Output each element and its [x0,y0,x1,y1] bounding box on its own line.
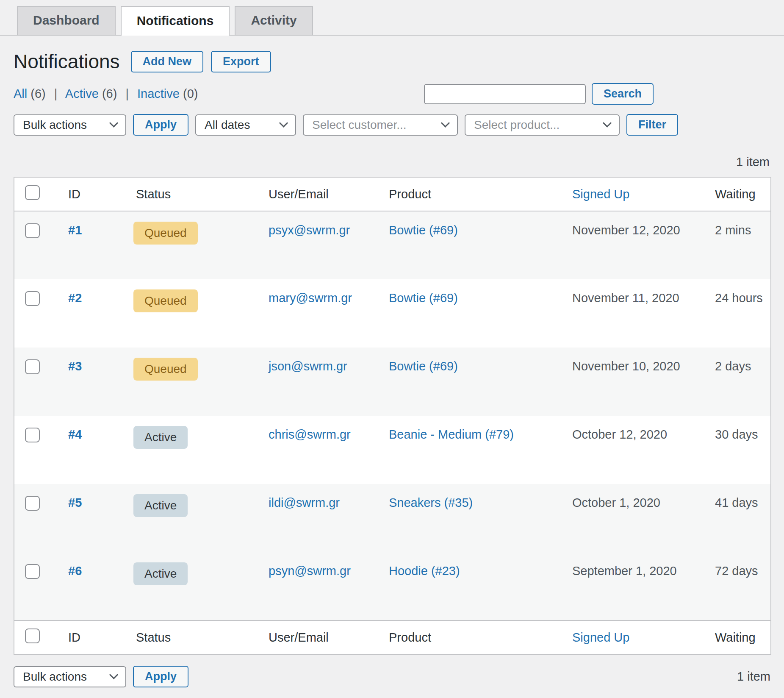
user-email-link[interactable]: mary@swrm.gr [269,291,352,305]
column-footer-signed-up[interactable]: Signed Up [572,631,629,644]
signed-up-cell: September 1, 2020 [572,564,677,578]
product-select[interactable]: Select product... [465,114,620,136]
chevron-down-icon [109,670,118,679]
status-badge: Active [133,426,188,449]
select-all-checkbox[interactable] [25,628,40,643]
bottom-nav: Bulk actions Apply 1 item [14,666,770,687]
bulk-actions-value: Bulk actions [23,670,87,684]
user-email-link[interactable]: ildi@swrm.gr [269,496,340,509]
column-header-id: ID [55,177,122,211]
column-header-signed-up[interactable]: Signed Up [572,187,629,201]
product-link[interactable]: Beanie - Medium (#79) [389,428,514,441]
view-filter-separator: | [125,87,129,100]
notifications-table-body: #1 Queued psyx@swrm.gr Bowtie (#69) Nove… [14,211,771,620]
row-checkbox[interactable] [25,223,40,238]
column-header-waiting: Waiting [701,177,771,211]
row-id-link[interactable]: #3 [68,359,82,373]
table-footer-row: ID Status User/Email Product Signed Up W… [14,620,771,654]
user-email-link[interactable]: json@swrm.gr [269,359,347,373]
product-link[interactable]: Sneakers (#35) [389,496,473,509]
filter-button[interactable]: Filter [626,114,678,136]
column-footer-waiting: Waiting [701,620,771,654]
row-id-link[interactable]: #4 [68,428,82,441]
view-filter-inactive[interactable]: Inactive [137,87,180,100]
signed-up-cell: November 12, 2020 [572,223,680,237]
customer-select[interactable]: Select customer... [303,114,458,136]
tab-activity[interactable]: Activity [235,6,313,35]
waiting-cell: 2 days [715,359,751,373]
row-id-link[interactable]: #2 [68,291,82,305]
dates-value: All dates [205,118,250,132]
waiting-cell: 72 days [715,564,758,578]
apply-button[interactable]: Apply [133,114,188,136]
item-count-bottom: 1 item [737,670,770,684]
row-checkbox[interactable] [25,496,40,511]
item-count-top: 1 item [14,155,770,169]
status-badge: Active [133,494,188,517]
row-checkbox[interactable] [25,564,40,579]
status-badge: Queued [133,358,198,381]
bulk-actions-value: Bulk actions [23,118,87,132]
bulk-actions-select[interactable]: Bulk actions [14,114,126,136]
column-header-product: Product [375,177,559,211]
toolbar-row: All (6) | Active (6) | Inactive (0) Sear… [14,83,770,105]
row-checkbox[interactable] [25,359,40,374]
column-footer-status: Status [122,620,255,654]
column-footer-product: Product [375,620,559,654]
title-row: Notifications Add New Export [14,50,770,73]
table-header-row: ID Status User/Email Product Signed Up W… [14,177,771,211]
bulk-actions-select-bottom[interactable]: Bulk actions [14,666,126,687]
chevron-down-icon [603,119,612,128]
search-input[interactable] [424,84,586,104]
customer-select-placeholder: Select customer... [312,118,407,132]
view-filters: All (6) | Active (6) | Inactive (0) [14,87,198,101]
product-link[interactable]: Bowtie (#69) [389,291,458,305]
waiting-cell: 2 mins [715,223,751,237]
tab-dashboard[interactable]: Dashboard [17,6,116,35]
user-email-link[interactable]: psyx@swrm.gr [269,223,350,237]
user-email-link[interactable]: chris@swrm.gr [269,428,351,441]
column-header-user-email: User/Email [255,177,375,211]
chevron-down-icon [441,119,450,128]
product-link[interactable]: Bowtie (#69) [389,223,458,237]
signed-up-cell: October 12, 2020 [572,428,667,441]
row-id-link[interactable]: #5 [68,496,82,509]
apply-button-bottom[interactable]: Apply [133,666,188,687]
waiting-cell: 24 hours [715,291,763,305]
view-filter-all[interactable]: All [14,87,27,100]
page-title: Notifications [14,50,120,73]
export-button[interactable]: Export [211,51,271,72]
table-row: #2 Queued mary@swrm.gr Bowtie (#69) Nove… [14,279,771,348]
signed-up-cell: November 10, 2020 [572,359,680,373]
table-row: #1 Queued psyx@swrm.gr Bowtie (#69) Nove… [14,211,771,279]
select-all-checkbox[interactable] [25,185,40,200]
user-email-link[interactable]: psyn@swrm.gr [269,564,351,578]
tab-bar: Dashboard Notifications Activity [0,0,784,36]
notifications-table: ID Status User/Email Product Signed Up W… [14,177,771,655]
chevron-down-icon [109,119,118,128]
search-button[interactable]: Search [592,83,654,105]
dates-select[interactable]: All dates [195,114,296,136]
product-link[interactable]: Hoodie (#23) [389,564,460,578]
signed-up-cell: November 11, 2020 [572,291,679,305]
chevron-down-icon [279,119,288,128]
row-checkbox[interactable] [25,291,40,306]
filter-row: Bulk actions Apply All dates Select cust… [14,114,770,136]
column-footer-id: ID [55,620,122,654]
search-box: Search [424,83,654,105]
row-id-link[interactable]: #1 [68,223,82,237]
product-link[interactable]: Bowtie (#69) [389,359,458,373]
table-row: #3 Queued json@swrm.gr Bowtie (#69) Nove… [14,348,771,416]
add-new-button[interactable]: Add New [131,51,204,72]
waiting-cell: 41 days [715,496,758,509]
tab-notifications[interactable]: Notifications [121,6,230,36]
row-id-link[interactable]: #6 [68,564,82,578]
table-row: #6 Active psyn@swrm.gr Hoodie (#23) Sept… [14,552,771,620]
row-checkbox[interactable] [25,428,40,442]
table-row: #5 Active ildi@swrm.gr Sneakers (#35) Oc… [14,484,771,552]
view-filter-active[interactable]: Active [65,87,99,100]
status-badge: Queued [133,289,198,312]
product-select-placeholder: Select product... [474,118,560,132]
column-header-status: Status [122,177,255,211]
view-filter-inactive-count: (0) [183,87,198,100]
